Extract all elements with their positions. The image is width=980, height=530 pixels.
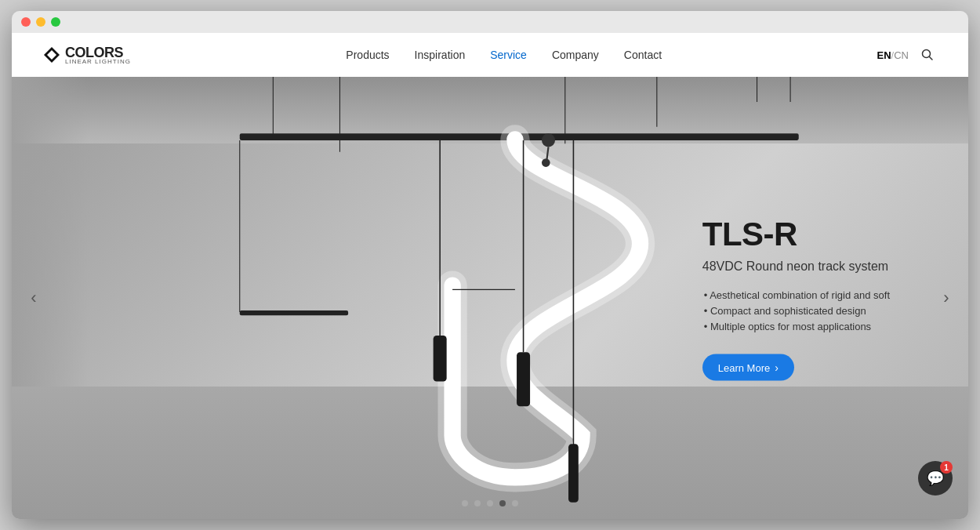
prev-arrow-icon: ‹ (31, 288, 36, 308)
svg-point-15 (542, 133, 555, 147)
svg-rect-14 (517, 352, 530, 406)
logo-tagline: Linear Lighting (65, 58, 131, 65)
search-icon (921, 49, 934, 61)
svg-line-3 (929, 57, 932, 60)
product-subtitle: 48VDC Round neon track system (702, 260, 890, 274)
svg-rect-12 (434, 336, 447, 382)
lang-cn[interactable]: CN (894, 49, 909, 61)
chat-button[interactable]: 💬 1 (918, 461, 953, 496)
prev-slide-button[interactable]: ‹ (20, 284, 48, 312)
dot-2[interactable] (474, 500, 481, 506)
dot-4[interactable] (499, 500, 506, 506)
hero-section: TLS-R 48VDC Round neon track system • Ae… (12, 77, 968, 519)
close-button[interactable] (21, 17, 31, 27)
learn-more-button[interactable]: Learn More › (702, 354, 794, 381)
logo[interactable]: COLORS Linear Lighting (43, 45, 131, 65)
search-button[interactable] (918, 45, 937, 64)
header-right: EN/CN (877, 45, 937, 64)
logo-icon (43, 46, 60, 64)
nav-inspiration[interactable]: Inspiration (415, 49, 466, 61)
svg-point-17 (542, 158, 550, 167)
slider-dots (462, 500, 518, 506)
product-features: • Aesthetical combination of rigid and s… (702, 289, 890, 332)
learn-more-label: Learn More (718, 361, 770, 373)
hero-content: TLS-R 48VDC Round neon track system • Ae… (702, 216, 890, 381)
main-nav: Products Inspiration Service Company Con… (346, 49, 662, 61)
next-arrow-icon: › (943, 288, 949, 308)
minimize-button[interactable] (36, 17, 45, 27)
nav-service[interactable]: Service (490, 49, 527, 61)
browser-window: COLORS Linear Lighting Products Inspirat… (12, 11, 968, 519)
maximize-button[interactable] (51, 17, 60, 27)
language-switcher[interactable]: EN/CN (877, 49, 909, 61)
product-title: TLS-R (702, 216, 890, 253)
dot-1[interactable] (462, 500, 468, 506)
lang-en[interactable]: EN (877, 49, 891, 61)
nav-products[interactable]: Products (346, 49, 389, 61)
feature-1: • Aesthetical combination of rigid and s… (702, 289, 890, 301)
chat-badge: 1 (940, 461, 953, 474)
feature-2: • Compact and sophisticated design (702, 305, 890, 317)
nav-contact[interactable]: Contact (624, 49, 662, 61)
dot-5[interactable] (512, 500, 518, 506)
browser-content: COLORS Linear Lighting Products Inspirat… (12, 33, 968, 519)
nav-company[interactable]: Company (552, 49, 599, 61)
svg-rect-18 (240, 310, 348, 315)
dot-3[interactable] (487, 500, 493, 506)
chat-icon: 💬 (927, 470, 944, 487)
titlebar (12, 11, 968, 33)
svg-rect-22 (568, 444, 579, 502)
feature-3: • Multiple optics for most applications (702, 321, 890, 332)
site-header: COLORS Linear Lighting Products Inspirat… (12, 33, 968, 77)
next-slide-button[interactable]: › (932, 284, 960, 312)
arrow-icon: › (775, 361, 779, 374)
